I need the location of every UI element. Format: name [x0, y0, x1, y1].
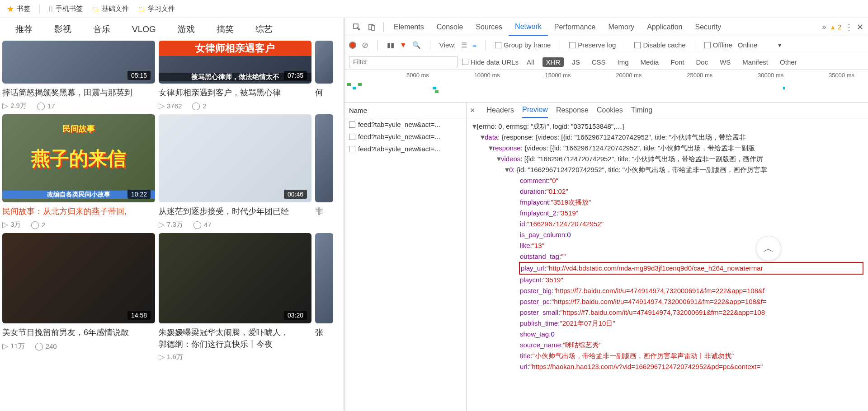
video-title[interactable]: 美女节目挽留前男友，6年感情说散 [2, 327, 155, 338]
tab-sources[interactable]: Sources [469, 18, 509, 36]
json-value: "咪咕综艺秀" [563, 340, 602, 350]
clear-icon[interactable]: ⊘ [362, 40, 368, 50]
collapse-icon[interactable]: ▼ [479, 132, 485, 143]
collapse-icon[interactable]: ▼ [487, 143, 493, 154]
warnings-badge[interactable]: ▲2 [830, 23, 841, 31]
video-thumbnail[interactable]: 女律师相亲遇客户 被骂黑心律师，做法绝情太不 07:35 [159, 41, 311, 84]
video-card[interactable]: 女律师相亲遇客户 被骂黑心律师，做法绝情太不 07:35 女律师相亲遇到客户，被… [159, 41, 311, 111]
filter-css[interactable]: CSS [588, 57, 609, 67]
tab-recommend[interactable]: 推荐 [5, 23, 43, 35]
video-meta: ▷1.6万 [159, 352, 311, 362]
filter-icon[interactable]: ▼ [400, 41, 407, 49]
tab-network[interactable]: Network [509, 18, 548, 36]
json-preview[interactable]: ▼{errno: 0, errmsg: "成功", logid: "037515… [467, 118, 868, 411]
tab-movies[interactable]: 影视 [43, 23, 82, 35]
video-title[interactable]: 非 [315, 206, 333, 217]
video-card[interactable]: 00:46 从迷茫到逐步接受，时代少年团已经 ▷7.3万 ◯47 [159, 114, 311, 229]
tab-funny[interactable]: 搞笑 [206, 23, 245, 35]
thumb-overlay: 民间故事 [2, 123, 155, 134]
tab-elements[interactable]: Elements [387, 18, 430, 36]
tab-cookies[interactable]: Cookies [597, 103, 623, 118]
video-thumbnail[interactable]: 民间故事 燕子的来信 改编自各类民间小故事 10:22 [2, 114, 155, 202]
video-thumbnail[interactable]: 03:20 [159, 233, 311, 323]
video-card-partial[interactable]: 何 [315, 41, 333, 111]
large-rows-icon[interactable]: ☰ [461, 41, 467, 49]
record-button[interactable] [349, 42, 356, 49]
tab-variety[interactable]: 综艺 [245, 23, 283, 35]
filter-xhr[interactable]: XHR [542, 57, 564, 67]
tab-game[interactable]: 游戏 [167, 23, 206, 35]
tab-security[interactable]: Security [689, 18, 727, 36]
thumb-overlay: 燕子的来信 [2, 146, 155, 171]
filter-media[interactable]: Media [637, 57, 663, 67]
video-thumbnail[interactable]: 05:15 [2, 41, 155, 84]
video-title[interactable]: 何 [315, 87, 333, 98]
filter-all[interactable]: All [523, 57, 538, 67]
video-title[interactable]: 摔话筒怒揭颁奖黑幕，田震与那英到 [2, 87, 155, 98]
collapse-icon[interactable]: ▼ [495, 154, 501, 164]
video-thumbnail[interactable] [315, 114, 333, 202]
search-icon[interactable]: 🔍 [412, 41, 421, 49]
collapse-icon[interactable]: ▼ [471, 121, 476, 132]
close-icon[interactable]: ✕ [857, 22, 863, 32]
preserve-log-checkbox[interactable]: Preserve log [569, 41, 616, 49]
waterfall-icon[interactable]: ≡ [472, 41, 476, 49]
kebab-menu-icon[interactable]: ⋮ [845, 22, 853, 32]
video-title[interactable]: 从迷茫到逐步接受，时代少年团已经 [159, 206, 311, 217]
filter-img[interactable]: Img [614, 57, 632, 67]
bookmarks-folder-2[interactable]: 🗀学习文件 [138, 5, 175, 13]
filter-ws[interactable]: WS [716, 57, 734, 67]
filter-doc[interactable]: Doc [692, 57, 712, 67]
video-card[interactable]: 民间故事 燕子的来信 改编自各类民间小故事 10:22 民间故事：从北方归来的燕… [2, 114, 155, 229]
collapse-icon[interactable]: ▼ [504, 164, 509, 175]
hide-data-urls-checkbox[interactable]: Hide data URLs [462, 58, 519, 66]
video-card-partial[interactable]: 张 [315, 233, 333, 362]
tab-vlog[interactable]: VLOG [121, 24, 167, 34]
video-thumbnail[interactable] [315, 41, 333, 84]
tab-performance[interactable]: Performance [548, 18, 602, 36]
request-item[interactable]: feed?tab=yule_new&act=... [344, 118, 466, 131]
video-card-partial[interactable]: 非 [315, 114, 333, 229]
filter-font[interactable]: Font [667, 57, 688, 67]
tab-application[interactable]: Application [641, 18, 689, 36]
filter-other[interactable]: Other [776, 57, 801, 67]
video-card[interactable]: 05:15 摔话筒怒揭颁奖黑幕，田震与那英到 ▷2.9万 ◯17 [2, 41, 155, 111]
offline-checkbox[interactable]: Offline [704, 41, 732, 49]
group-by-frame-checkbox[interactable]: Group by frame [495, 41, 551, 49]
filter-input[interactable] [349, 56, 458, 67]
bookmarks-main[interactable]: ★书签 [7, 4, 30, 14]
request-item[interactable]: feed?tab=yule_new&act=... [344, 143, 466, 155]
tab-timing[interactable]: Timing [631, 103, 652, 118]
throttle-select[interactable]: Online▾ [738, 41, 782, 49]
network-timeline[interactable]: 5000 ms 10000 ms 15000 ms 20000 ms 25000… [344, 70, 868, 103]
device-toolbar-icon[interactable] [367, 22, 377, 32]
bubble-icon: ◯ [31, 220, 39, 229]
bookmarks-folder-1[interactable]: 🗀基础文件 [92, 5, 129, 13]
tab-preview[interactable]: Preview [522, 103, 548, 118]
tab-music[interactable]: 音乐 [82, 23, 121, 35]
tab-response[interactable]: Response [556, 103, 589, 118]
tab-memory[interactable]: Memory [602, 18, 641, 36]
close-icon[interactable]: × [470, 106, 475, 115]
video-title[interactable]: 女律师相亲遇到客户，被骂黑心律 [159, 87, 311, 98]
camera-icon[interactable]: ▮▮ [387, 41, 394, 49]
video-card[interactable]: 14:58 美女节目挽留前男友，6年感情说散 ▷11万 ◯240 [2, 233, 155, 362]
video-thumbnail[interactable] [315, 233, 333, 323]
filter-js[interactable]: JS [568, 57, 584, 67]
inspect-icon[interactable] [352, 22, 362, 32]
expand-icon[interactable]: » [822, 23, 826, 31]
tab-headers[interactable]: Headers [487, 103, 514, 118]
video-title[interactable]: 朱媛嫒曝梁冠华太闹腾，爱吓唬人，郭德纲：你们这行真快乐丨今夜 [159, 327, 311, 350]
video-card[interactable]: 03:20 朱媛嫒曝梁冠华太闹腾，爱吓唬人，郭德纲：你们这行真快乐丨今夜 ▷1.… [159, 233, 311, 362]
video-title[interactable]: 张 [315, 327, 333, 338]
video-thumbnail[interactable]: 00:46 [159, 114, 311, 202]
bubble-icon: ◯ [193, 220, 202, 229]
disable-cache-checkbox[interactable]: Disable cache [634, 41, 685, 49]
video-thumbnail[interactable]: 14:58 [2, 233, 155, 323]
request-item[interactable]: feed?tab=yule_new&act=... [344, 131, 466, 143]
video-title[interactable]: 民间故事：从北方归来的燕子带回, [2, 206, 155, 217]
filter-manifest[interactable]: Manifest [739, 57, 772, 67]
tab-console[interactable]: Console [430, 18, 470, 36]
bookmarks-mobile[interactable]: ▯手机书签 [49, 5, 83, 13]
json-key: title [520, 350, 530, 361]
